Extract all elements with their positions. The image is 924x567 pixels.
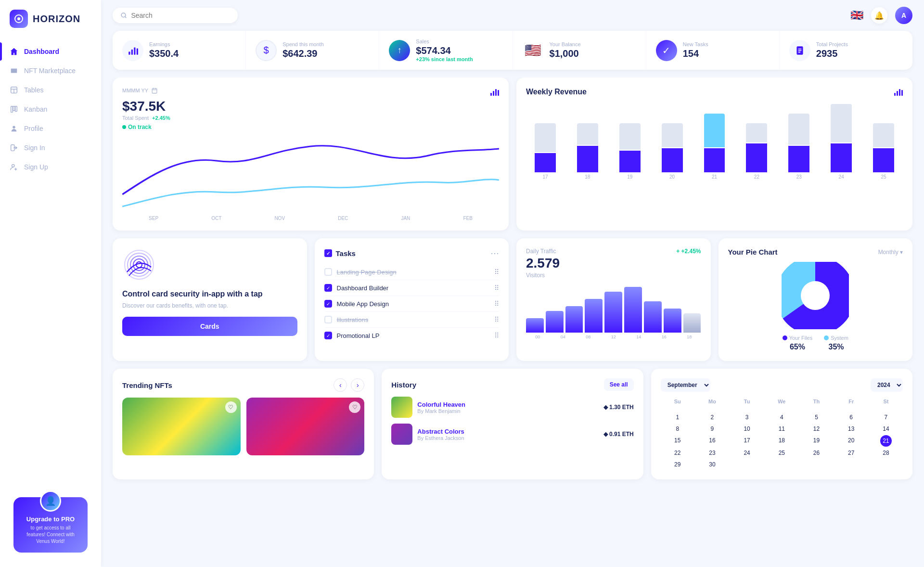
calendar-year-select[interactable]: 2024 [871, 378, 903, 392]
tasks-check-icon: ✓ [324, 249, 332, 257]
history-info-1: Abstract Colors By Esthera Jackson [417, 428, 464, 441]
cal-day-4[interactable]: 4 [765, 412, 798, 423]
search-box[interactable] [113, 8, 238, 23]
balance-info: Your Balance $1,000 [550, 41, 581, 59]
nft-card: Trending NFTs ‹ › ♡ ♡ [113, 369, 374, 479]
cal-day-12[interactable]: 12 [799, 424, 833, 434]
sidebar-item-profile[interactable]: Profile [0, 119, 95, 138]
cal-day-28[interactable]: 28 [869, 448, 903, 458]
fingerprint-icon [122, 248, 156, 282]
nft-images: ♡ ♡ [122, 398, 364, 455]
cal-day-20[interactable]: 20 [834, 435, 868, 447]
sidebar-item-signup[interactable]: Sign Up [0, 158, 95, 176]
cal-day-23[interactable]: 23 [695, 448, 729, 458]
nft-image-0: ♡ [122, 398, 241, 455]
signup-icon [10, 163, 18, 171]
cal-day-2[interactable]: 2 [695, 412, 729, 423]
nft-heart-1[interactable]: ♡ [349, 401, 360, 413]
task-checkbox-4[interactable]: ✓ [324, 332, 332, 339]
nft-next-button[interactable]: › [351, 378, 364, 392]
sidebar-item-signin[interactable]: Sign In [0, 139, 95, 157]
cal-day-22[interactable]: 22 [661, 448, 694, 458]
earnings-info: Earnings $350.4 [149, 41, 179, 59]
cal-day-26[interactable]: 26 [799, 448, 833, 458]
stat-sales: ↑ Sales $574.34 +23% since last month [379, 31, 513, 70]
bar-group-17: 17 [526, 123, 565, 180]
task-checkbox-0[interactable] [324, 268, 332, 276]
stat-spend: $ Spend this month $642.39 [246, 31, 379, 70]
cal-day-16[interactable]: 16 [695, 435, 729, 447]
bar-group-23: 23 [780, 114, 818, 180]
svg-rect-31 [901, 90, 903, 96]
nft-prev-button[interactable]: ‹ [334, 378, 347, 392]
notification-bell[interactable]: 🔔 [871, 7, 887, 24]
cal-day-3[interactable]: 3 [730, 412, 764, 423]
task-drag-3: ⠿ [494, 316, 499, 323]
sidebar-item-dashboard[interactable]: Dashboard [0, 42, 95, 61]
cal-day-9[interactable]: 9 [695, 424, 729, 434]
weekly-bar-chart: 17 18 19 [526, 103, 903, 180]
task-drag-0: ⠿ [494, 268, 499, 276]
cal-day-10[interactable]: 10 [730, 424, 764, 434]
svg-rect-5 [11, 106, 13, 113]
cal-day-18[interactable]: 18 [765, 435, 798, 447]
cal-day-25[interactable]: 25 [765, 448, 798, 458]
history-thumb-0 [391, 397, 412, 418]
pie-legend: Your Files 65% System 35% [783, 335, 848, 351]
nft-heart-0[interactable]: ♡ [225, 401, 237, 413]
stat-balance: 🇺🇸 Your Balance $1,000 [513, 31, 646, 70]
cal-day-24[interactable]: 24 [730, 448, 764, 458]
cal-day-8[interactable]: 8 [661, 424, 694, 434]
cal-day-17[interactable]: 17 [730, 435, 764, 447]
row2: Control card security in-app with a tap … [101, 238, 924, 369]
sidebar-item-kanban[interactable]: Kanban [0, 100, 95, 118]
stat-earnings: Earnings $350.4 [113, 31, 246, 70]
cal-day-1[interactable]: 1 [661, 412, 694, 423]
upgrade-section: 👤 Upgrade to PRO to get access to all fe… [0, 488, 101, 557]
cal-day-21[interactable]: 21 [880, 435, 892, 447]
cards-button[interactable]: Cards [122, 317, 297, 336]
main-content: 🇬🇧 🔔 A Earnings $350.4 $ Spend this mont… [101, 0, 924, 567]
cal-day-27[interactable]: 27 [834, 448, 868, 458]
see-all-button[interactable]: See all [604, 378, 634, 391]
sidebar-item-tables[interactable]: Tables [0, 81, 95, 99]
cal-day-15[interactable]: 15 [661, 435, 694, 447]
search-input[interactable] [131, 12, 230, 19]
svg-rect-26 [495, 89, 497, 96]
cal-day-6[interactable]: 6 [834, 412, 868, 423]
task-checkbox-1[interactable]: ✓ [324, 284, 332, 292]
topbar: 🇬🇧 🔔 A [101, 0, 924, 31]
cal-day-30[interactable]: 30 [695, 459, 729, 470]
cal-day-7[interactable]: 7 [869, 412, 903, 423]
cal-day-11[interactable]: 11 [765, 424, 798, 434]
history-header: History See all [391, 378, 633, 391]
sidebar-item-nft[interactable]: NFT Marketplace [0, 62, 95, 80]
spend-chart-area [122, 137, 499, 214]
flag-icon[interactable]: 🇬🇧 [850, 9, 863, 22]
task-checkbox-3[interactable] [324, 316, 332, 323]
tasks-more-icon[interactable]: ⋯ [490, 248, 499, 258]
upgrade-card: 👤 Upgrade to PRO to get access to all fe… [13, 497, 88, 553]
cal-day-14[interactable]: 14 [869, 424, 903, 434]
task-item-4: ✓ Promotional LP ⠿ [324, 328, 500, 343]
traffic-bar-3 [585, 299, 603, 333]
on-track-badge: On track [122, 124, 152, 130]
calendar-month-select[interactable]: September [661, 378, 710, 392]
task-checkbox-2[interactable]: ✓ [324, 300, 332, 308]
home-icon [10, 47, 18, 56]
cal-day-29[interactable]: 29 [661, 459, 694, 470]
cal-day-19[interactable]: 19 [799, 435, 833, 447]
cal-day-5[interactable]: 5 [799, 412, 833, 423]
pie-period-selector[interactable]: Monthly ▾ [878, 249, 903, 256]
tasks-card: ✓ Tasks ⋯ Landing Page Design ⠿ ✓ Dashbo… [315, 238, 509, 361]
traffic-value: 2.579 [526, 256, 701, 271]
avatar[interactable]: A [895, 7, 912, 24]
svg-point-10 [12, 165, 14, 167]
history-thumb-1 [391, 424, 412, 445]
history-item-1: Abstract Colors By Esthera Jackson ◆ 0.9… [391, 424, 633, 445]
svg-rect-6 [13, 106, 15, 111]
cal-day-13[interactable]: 13 [834, 424, 868, 434]
svg-rect-20 [152, 89, 157, 93]
pie-container: Your Files 65% System 35% [728, 262, 903, 351]
spend-x-labels: SEP OCT NOV DEC JAN FEB [122, 216, 499, 221]
